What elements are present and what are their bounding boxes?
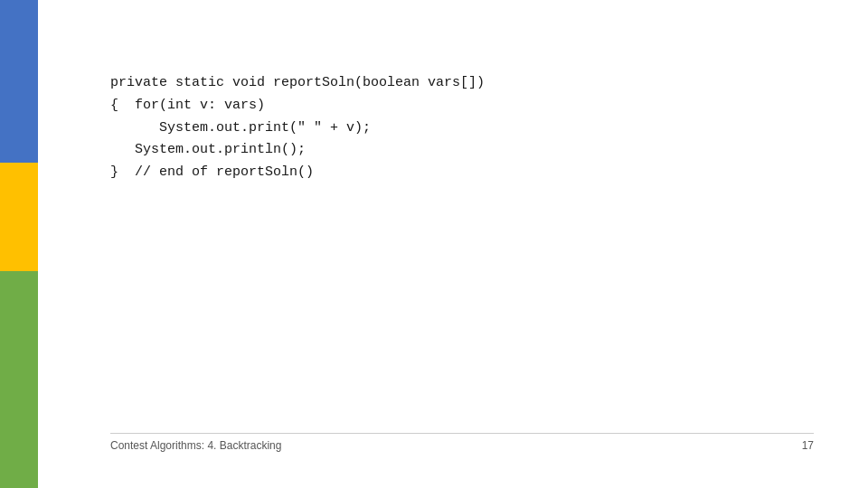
sidebar-block-yellow: [0, 163, 38, 271]
code-line-3: System.out.print(" " + v);: [110, 117, 814, 140]
sidebar-block-blue: [0, 0, 38, 163]
main-content: private static void reportSoln(boolean v…: [38, 0, 868, 488]
footer-title: Contest Algorithms: 4. Backtracking: [110, 439, 281, 452]
sidebar: [0, 0, 38, 488]
code-block: private static void reportSoln(boolean v…: [110, 72, 814, 184]
code-line-4: System.out.println();: [110, 139, 814, 162]
code-line-5: } // end of reportSoln(): [110, 162, 814, 184]
footer: Contest Algorithms: 4. Backtracking 17: [110, 433, 814, 452]
sidebar-block-green: [0, 271, 38, 488]
footer-page-number: 17: [802, 439, 814, 452]
code-line-1: private static void reportSoln(boolean v…: [110, 72, 814, 95]
code-line-2: { for(int v: vars): [110, 95, 814, 117]
